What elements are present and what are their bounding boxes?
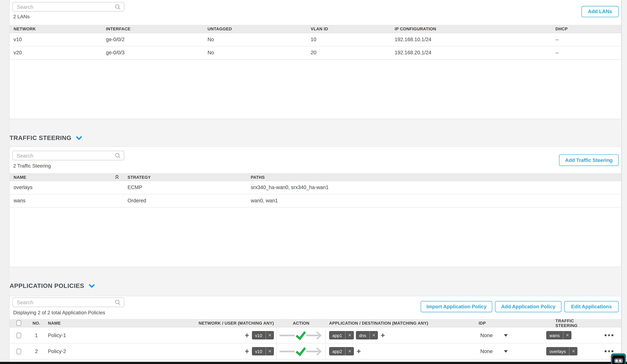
network-tag[interactable]: v10✕ (252, 331, 274, 340)
traffic-steering-count: 2 Traffic Steering (13, 163, 51, 169)
row-menu-icon[interactable] (605, 350, 613, 352)
network-tag[interactable]: v10✕ (252, 347, 274, 356)
search-input[interactable] (16, 3, 115, 10)
cell-policy-name: Policy-1 (44, 327, 177, 343)
lans-panel: 2 LANs Add LANs NETWORK INTERFACE UNTAGG… (9, 0, 621, 119)
close-icon[interactable]: ✕ (346, 333, 354, 337)
cell-vlan-id: 10 (311, 33, 395, 46)
application-policies-section-header: APPLICATION POLICIES (9, 282, 95, 289)
search-icon (115, 299, 121, 305)
edit-applications-button[interactable]: Edit Applications (564, 301, 619, 312)
col-strategy: STRATEGY (121, 173, 244, 181)
row-menu-icon[interactable] (605, 334, 613, 336)
col-interface: INTERFACE (106, 25, 208, 33)
cell-application-destination: app1✕ dns✕ + (326, 327, 442, 343)
cell-strategy: ECMP (121, 181, 244, 194)
search-input[interactable] (16, 152, 115, 159)
bot-eye-icon (615, 360, 618, 362)
add-network-icon[interactable]: + (245, 332, 249, 339)
steering-tag[interactable]: wans✕ (546, 331, 572, 340)
cell-idp: None (442, 327, 522, 343)
section-title: APPLICATION POLICIES (9, 282, 84, 289)
add-application-policy-button[interactable]: Add Application Policy (495, 301, 562, 312)
left-gutter (0, 0, 9, 364)
application-tag[interactable]: app1✕ (329, 331, 354, 340)
col-action: ACTION (276, 319, 326, 327)
add-application-icon[interactable]: + (357, 348, 361, 355)
col-untagged: UNTAGGED (208, 25, 311, 33)
application-tag[interactable]: dns✕ (356, 331, 378, 340)
idp-select[interactable]: None (480, 348, 508, 354)
close-icon[interactable]: ✕ (370, 333, 378, 337)
col-vlan-id: VLAN ID (311, 25, 395, 33)
add-traffic-steering-button[interactable]: Add Traffic Steering (559, 154, 619, 166)
table-row[interactable]: v20 ge-0/0/3 No 20 192.168.20.1/24 -- (9, 47, 621, 59)
close-icon[interactable]: ✕ (569, 349, 577, 353)
cell-untagged: No (208, 33, 311, 46)
search-icon (115, 4, 121, 10)
cell-network: v10 (9, 33, 106, 46)
add-lans-button[interactable]: Add LANs (581, 6, 619, 17)
allow-action-icon (279, 346, 323, 357)
col-name: NAME (9, 173, 121, 181)
lans-search (12, 2, 124, 12)
cell-interface: ge-0/0/2 (106, 33, 208, 46)
cell-action[interactable] (276, 327, 326, 343)
chevron-down-icon[interactable] (88, 284, 95, 288)
col-dhcp: DHCP (555, 25, 621, 33)
cell-policy-name: Policy-2 (44, 343, 177, 359)
cell-idp: None (442, 343, 522, 359)
application-tag[interactable]: app2✕ (329, 347, 354, 356)
col-name: NAME (44, 319, 177, 327)
search-input[interactable] (16, 299, 115, 306)
col-paths: PATHS (244, 173, 621, 181)
table-row[interactable]: v10 ge-0/0/2 No 10 192.168.10.1/24 -- (9, 33, 621, 46)
chat-bot-widget[interactable] (611, 353, 626, 364)
steering-tag[interactable]: overlays✕ (546, 347, 578, 356)
col-network-user: NETWORK / USER (MATCHING ANY) (177, 319, 276, 327)
application-policies-actions: Import Application Policy Add Applicatio… (421, 301, 619, 312)
close-icon[interactable]: ✕ (563, 333, 572, 337)
table-row[interactable]: overlays ECMP srx340_ha-wan0, srx340_ha-… (9, 181, 621, 194)
chevron-down-icon[interactable] (75, 136, 82, 140)
allow-action-icon (279, 330, 323, 341)
traffic-steering-table-header: NAME STRATEGY PATHS (9, 173, 621, 181)
cell-untagged: No (208, 47, 311, 59)
cell-interface: ge-0/0/3 (106, 47, 208, 59)
cell-network-user: + v10✕ (177, 343, 276, 359)
close-icon[interactable]: ✕ (346, 349, 354, 353)
section-title: TRAFFIC STEERING (9, 134, 71, 142)
close-icon[interactable]: ✕ (266, 333, 274, 337)
caret-down-icon (504, 350, 508, 352)
row-checkbox[interactable] (16, 348, 21, 354)
scrollbar-track[interactable] (621, 0, 627, 364)
cell-name: wans (9, 194, 121, 207)
cell-dhcp: -- (555, 47, 621, 59)
application-policies-count: Displaying 2 of 2 total Application Poli… (13, 310, 105, 315)
import-application-policy-button[interactable]: Import Application Policy (421, 301, 492, 312)
table-row[interactable]: wans Ordered wan0, wan1 (9, 194, 621, 208)
col-idp: IDP (442, 319, 522, 327)
close-icon[interactable]: ✕ (266, 349, 274, 353)
cell-dhcp: -- (555, 33, 621, 46)
application-policies-panel: Displaying 2 of 2 total Application Poli… (9, 296, 621, 364)
cell-vlan-id: 20 (311, 47, 395, 59)
table-row: 2 Policy-2 + v10✕ app2✕ + None (9, 343, 621, 360)
bot-eye-icon (619, 360, 622, 362)
cell-application-destination: app2✕ + (326, 343, 442, 359)
application-policies-table-header: NO. NAME NETWORK / USER (MATCHING ANY) A… (9, 319, 621, 327)
add-application-icon[interactable]: + (381, 332, 385, 339)
row-checkbox[interactable] (16, 332, 21, 338)
col-traffic-steering: TRAFFIC STEERING (522, 319, 596, 327)
lans-count: 2 LANs (13, 14, 30, 20)
cell-ip-configuration: 192.168.10.1/24 (395, 33, 555, 46)
traffic-steering-search (12, 151, 124, 160)
cell-action[interactable] (276, 343, 326, 359)
sort-ascending-icon[interactable] (115, 175, 119, 179)
traffic-steering-panel: 2 Traffic Steering Add Traffic Steering … (9, 146, 621, 267)
select-all-checkbox[interactable] (16, 320, 21, 326)
idp-select[interactable]: None (480, 332, 508, 338)
lans-table-header: NETWORK INTERFACE UNTAGGED VLAN ID IP CO… (9, 25, 621, 33)
add-network-icon[interactable]: + (245, 348, 249, 355)
cell-strategy: Ordered (121, 194, 244, 207)
